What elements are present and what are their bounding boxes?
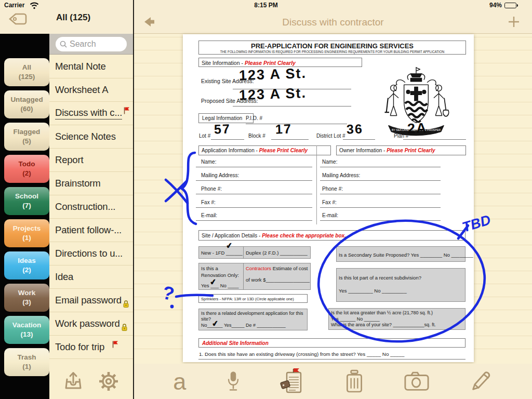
application-info-header: Application Information - Please Print C…: [198, 145, 331, 155]
panel-divider: [133, 0, 134, 399]
field-underline: [233, 106, 351, 107]
trash-icon[interactable]: [344, 369, 365, 394]
field-underline: [320, 220, 441, 221]
checkmark: ✔: [225, 241, 233, 251]
note-title: Construction...: [55, 201, 115, 212]
sidebar-item-school[interactable]: School(7): [4, 187, 49, 215]
lot-area-line3: What is the area of your site? _________…: [331, 322, 463, 328]
contractors-rest: Estimate of cost: [271, 265, 308, 271]
library-title: All (125): [29, 12, 117, 23]
tag-label: Vacation: [12, 321, 42, 330]
site-details-label: Site / Application Details -: [202, 233, 262, 238]
sidebar-item-untagged[interactable]: Untagged(60): [4, 90, 49, 118]
sidebar-item-flagged[interactable]: Flagged(5): [4, 123, 49, 151]
list-item[interactable]: Email password: [49, 289, 133, 312]
note-properties-icon[interactable]: [280, 368, 305, 395]
renovation-line2: Renovation Only:: [201, 272, 242, 278]
export-icon[interactable]: [62, 370, 84, 392]
list-item[interactable]: Report: [49, 149, 133, 172]
tag-label: Ideas: [18, 256, 36, 265]
list-item-selected[interactable]: Discuss with c...: [49, 102, 133, 125]
additional-info-header: Additional Site Information: [198, 338, 466, 348]
pid-label: P.I.D. #: [246, 115, 262, 121]
camera-icon[interactable]: [404, 371, 430, 392]
list-item[interactable]: Todo for trip: [49, 336, 133, 359]
lot-area-line2: Yes ______ No ______: [331, 316, 463, 323]
list-item[interactable]: Work password: [49, 312, 133, 336]
list-item[interactable]: Patient follow-...: [49, 219, 133, 242]
tag-label: Trash: [17, 353, 36, 362]
owner-phone-label: Phone #:: [322, 186, 343, 192]
site-info-label: Site Information -: [202, 60, 245, 66]
tag-count: (13): [20, 330, 33, 339]
pencil-icon[interactable]: [469, 369, 493, 393]
subdivision-line2: Yes _________ No _________: [339, 287, 463, 294]
flag-icon: [112, 340, 118, 348]
sidebar-item-trash[interactable]: Trash(1): [4, 348, 49, 376]
note-title: Discuss with c...: [55, 107, 122, 119]
tag-count: (2): [22, 169, 31, 178]
sprinklers-box: Sprinklers - NFPA: 13R or 13D (Circle ap…: [198, 294, 308, 303]
page-title: Discuss with contractor: [134, 17, 532, 28]
tag-count: (1): [22, 362, 31, 371]
contractors-word: Contractors: [246, 265, 271, 271]
search-input[interactable]: [56, 37, 127, 51]
note-list-panel: Mental Note Worksheet A Discuss with c..…: [49, 34, 133, 399]
list-item[interactable]: Worksheet A: [49, 78, 133, 102]
note-editor: Discuss with contractor PRE-APPLICATION …: [134, 0, 532, 399]
list-item[interactable]: Idea: [49, 265, 133, 289]
gear-icon[interactable]: [97, 370, 120, 393]
applicant-email-label: E-mail:: [201, 212, 217, 218]
secondary-suite-box: Is a Secondary Suite Proposed? Yes _____…: [336, 246, 466, 262]
print-clearly-label: Please Print Clearly: [387, 148, 435, 153]
sidebar-item-all[interactable]: All(125): [4, 58, 49, 86]
checkmark: ✔: [209, 277, 217, 287]
lot-value: 57: [214, 121, 231, 137]
site-info-header: Site Information - Please Print Clearly: [198, 58, 362, 67]
form-title-box: PRE-APPLICATION FOR ENGINEERING SERVICES…: [198, 41, 466, 55]
tag-count: (1): [22, 233, 31, 243]
new-1fd-box: New - 1FD ______: [198, 246, 244, 259]
microphone-icon[interactable]: [225, 369, 241, 394]
tag-label: Todo: [19, 159, 35, 169]
list-item[interactable]: Brainstorm: [49, 172, 133, 195]
sidebar-item-work[interactable]: Work(3): [4, 284, 49, 312]
plan-value: 2A: [407, 120, 428, 137]
tag-count: (2): [22, 265, 31, 275]
field-underline: [271, 139, 309, 140]
flag-icon: [123, 107, 130, 114]
contractors-box: Contractors Estimate of cost of work $__…: [243, 263, 311, 290]
sidebar-item-vacation[interactable]: Vacation(13): [4, 316, 49, 344]
note-title: Patient follow-...: [55, 224, 122, 236]
tag-label: All: [22, 63, 31, 72]
list-item[interactable]: Mental Note: [49, 55, 133, 78]
sidebar-item-projects[interactable]: Projects(1): [4, 219, 49, 247]
field-underline: [196, 194, 312, 194]
lot-label: Lot #: [199, 133, 210, 139]
applicant-phone-label: Phone #:: [201, 186, 222, 192]
search-field[interactable]: [70, 39, 122, 49]
note-canvas[interactable]: PRE-APPLICATION FOR ENGINEERING SERVICES…: [134, 34, 532, 364]
pdf-page: PRE-APPLICATION FOR ENGINEERING SERVICES…: [183, 34, 474, 362]
list-item[interactable]: Science Notes: [49, 125, 133, 149]
applicant-name-label: Name:: [201, 159, 216, 165]
text-tool-icon[interactable]: a: [173, 370, 186, 393]
field-underline: [403, 139, 466, 140]
subdivision-box: Is this lot part of a recent subdivision…: [336, 268, 466, 302]
list-item[interactable]: Directions to u...: [49, 242, 133, 265]
list-item[interactable]: Construction...: [49, 195, 133, 219]
note-title: Report: [55, 154, 83, 166]
tag-label: Flagged: [14, 127, 41, 137]
search-icon: [60, 41, 67, 48]
editor-toolbar: a: [134, 364, 532, 399]
plus-icon[interactable]: [507, 15, 521, 29]
note-title: Idea: [55, 271, 73, 283]
sidebar-item-ideas[interactable]: Ideas(2): [4, 251, 49, 280]
sidebar-item-todo[interactable]: Todo(2): [4, 155, 49, 183]
owner-info-label: Owner Information -: [339, 148, 387, 153]
note-title: Email password: [55, 295, 122, 306]
field-underline: [246, 124, 347, 124]
district-lot-label: District Lot #: [316, 133, 345, 139]
field-underline: [198, 359, 466, 360]
additional-info-label: Additional Site Information: [202, 340, 269, 346]
